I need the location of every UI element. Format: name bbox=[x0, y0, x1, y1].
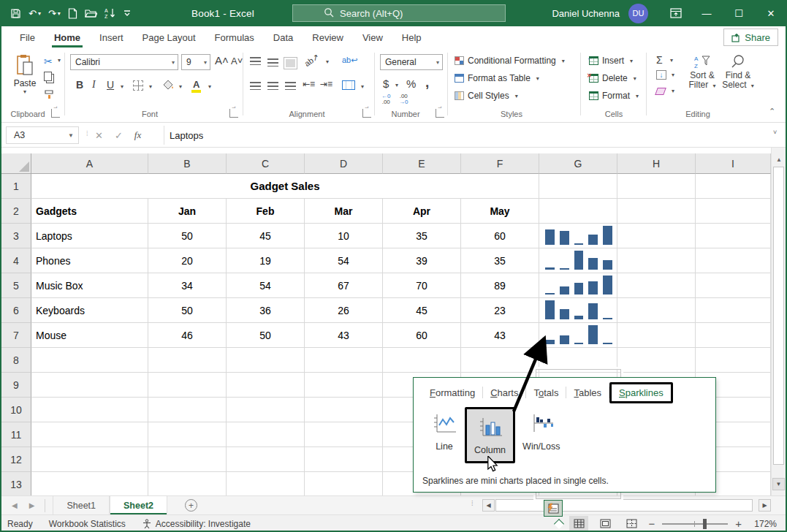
sheet-nav-prev-icon[interactable]: ◀ bbox=[12, 501, 18, 509]
cell-value[interactable]: 50 bbox=[227, 323, 305, 348]
decrease-font-size-button[interactable]: A˅ bbox=[231, 56, 243, 66]
column-header-H[interactable]: H bbox=[617, 153, 696, 174]
tab-view[interactable]: View bbox=[353, 26, 392, 48]
insert-function-icon[interactable]: fx bbox=[134, 129, 141, 141]
cell-header[interactable]: Gadgets bbox=[31, 199, 148, 224]
format-as-table-button[interactable]: Format as Table▾ bbox=[455, 73, 539, 83]
cell[interactable] bbox=[31, 398, 148, 422]
cell[interactable] bbox=[539, 174, 617, 199]
ribbon-display-options-icon[interactable] bbox=[661, 0, 691, 26]
cell[interactable] bbox=[148, 398, 227, 422]
merge-center-icon[interactable] bbox=[342, 80, 355, 90]
horizontal-scrollbar-thumb[interactable] bbox=[495, 499, 753, 512]
undo-dropdown-icon[interactable]: ▾ bbox=[38, 10, 41, 17]
user-name[interactable]: Daniel Uchenna bbox=[552, 8, 620, 19]
column-header-B[interactable]: B bbox=[148, 153, 227, 174]
borders-dropdown-icon[interactable]: ▾ bbox=[149, 83, 152, 90]
orientation-icon[interactable]: ab↗ bbox=[303, 52, 321, 69]
cell[interactable] bbox=[305, 398, 383, 422]
cell-title-merged[interactable]: Gadget Sales bbox=[31, 174, 539, 199]
sheet-tab-sheet2[interactable]: Sheet2 bbox=[110, 496, 167, 515]
qa-tab-charts[interactable]: Charts bbox=[483, 384, 525, 401]
cell-value[interactable]: 50 bbox=[148, 224, 227, 248]
delete-cells-button[interactable]: ✕ Delete▾ bbox=[589, 73, 636, 83]
zoom-slider[interactable] bbox=[662, 523, 728, 525]
tab-data[interactable]: Data bbox=[264, 26, 303, 48]
select-all-button[interactable] bbox=[1, 153, 31, 174]
new-file-icon[interactable] bbox=[68, 4, 77, 22]
fill-color-dropdown-icon[interactable]: ▾ bbox=[179, 83, 182, 90]
cell[interactable] bbox=[148, 472, 227, 495]
cell[interactable] bbox=[305, 373, 383, 398]
cell-value[interactable]: 67 bbox=[305, 273, 383, 298]
paste-button[interactable]: Paste ▾ bbox=[9, 54, 41, 95]
cell[interactable] bbox=[227, 447, 305, 472]
cell-value[interactable]: 45 bbox=[383, 298, 461, 323]
cell-value[interactable]: 45 bbox=[227, 224, 305, 248]
cell-value[interactable]: 39 bbox=[383, 248, 461, 273]
cell[interactable] bbox=[696, 248, 771, 273]
autosum-dropdown-icon[interactable]: ▾ bbox=[670, 57, 673, 64]
row-header-2[interactable]: 2 bbox=[1, 199, 31, 224]
cell-value[interactable]: 50 bbox=[148, 298, 227, 323]
customize-toolbar-icon[interactable] bbox=[123, 4, 131, 22]
cell-value[interactable]: 60 bbox=[383, 323, 461, 348]
column-header-C[interactable]: C bbox=[227, 153, 305, 174]
open-folder-icon[interactable] bbox=[85, 4, 97, 22]
cell-gadget-name[interactable]: Keyboards bbox=[31, 298, 148, 323]
merge-center-dropdown-icon[interactable]: ▾ bbox=[361, 83, 364, 90]
cancel-entry-icon[interactable]: ✕ bbox=[95, 130, 103, 141]
cell-value[interactable]: 20 bbox=[148, 248, 227, 273]
cell[interactable] bbox=[617, 323, 696, 348]
cell[interactable] bbox=[696, 298, 771, 323]
percent-style-button[interactable]: % bbox=[406, 77, 416, 90]
zoom-slider-handle[interactable] bbox=[703, 519, 707, 529]
cell-sparkline[interactable] bbox=[539, 248, 617, 273]
cell-header[interactable]: Feb bbox=[227, 199, 305, 224]
vertical-scrollbar-thumb[interactable] bbox=[773, 167, 784, 465]
sort-ascending-icon[interactable]: AZ bbox=[104, 4, 116, 22]
cell-header[interactable]: May bbox=[461, 199, 539, 224]
cell-value[interactable]: 46 bbox=[148, 323, 227, 348]
autosum-button[interactable]: Σ bbox=[656, 54, 663, 66]
cell-value[interactable]: 43 bbox=[461, 323, 539, 348]
copy-icon[interactable] bbox=[44, 72, 52, 81]
middle-align-icon[interactable] bbox=[267, 58, 278, 66]
cell-value[interactable]: 70 bbox=[383, 273, 461, 298]
conditional-formatting-button[interactable]: Conditional Formatting▾ bbox=[455, 56, 565, 66]
cell[interactable] bbox=[461, 348, 539, 373]
cell-sparkline[interactable] bbox=[539, 224, 617, 248]
cell-sparkline[interactable] bbox=[539, 323, 617, 348]
tab-file[interactable]: File bbox=[10, 26, 45, 48]
horizontal-scrollbar[interactable]: ◀ ▶ bbox=[482, 498, 772, 512]
avatar[interactable]: DU bbox=[628, 4, 648, 23]
copy-dropdown-icon[interactable]: ▾ bbox=[58, 57, 61, 64]
workbook-statistics-button[interactable]: Workbook Statistics bbox=[49, 519, 126, 529]
cell[interactable] bbox=[696, 348, 771, 373]
cell-header[interactable]: Jan bbox=[148, 199, 227, 224]
row-header-6[interactable]: 6 bbox=[1, 298, 31, 323]
cell[interactable] bbox=[617, 273, 696, 298]
row-header-1[interactable]: 1 bbox=[1, 174, 31, 199]
tab-review[interactable]: Review bbox=[303, 26, 353, 48]
cell[interactable] bbox=[617, 224, 696, 248]
column-header-E[interactable]: E bbox=[383, 153, 461, 174]
row-header-7[interactable]: 7 bbox=[1, 323, 31, 348]
cell[interactable] bbox=[696, 323, 771, 348]
page-break-view-icon[interactable] bbox=[622, 516, 641, 532]
cell-value[interactable]: 54 bbox=[305, 248, 383, 273]
collapse-ribbon-icon[interactable]: ⌃ bbox=[769, 107, 775, 116]
cell[interactable] bbox=[305, 472, 383, 495]
insert-cells-button[interactable]: ← Insert▾ bbox=[589, 56, 633, 66]
row-header-13[interactable]: 13 bbox=[1, 472, 31, 495]
cell-value[interactable]: 35 bbox=[461, 248, 539, 273]
scroll-left-icon[interactable]: ◀ bbox=[482, 499, 495, 512]
increase-decimal-icon[interactable]: ←0.00 bbox=[381, 94, 390, 105]
cell[interactable] bbox=[617, 348, 696, 373]
close-button[interactable]: ✕ bbox=[755, 0, 787, 26]
cut-icon[interactable]: ✂ bbox=[44, 56, 53, 67]
undo-button[interactable]: ↶▾ bbox=[28, 4, 41, 22]
tab-insert[interactable]: Insert bbox=[90, 26, 133, 48]
fill-color-icon[interactable] bbox=[162, 79, 175, 94]
qa-tab-tables[interactable]: Tables bbox=[566, 384, 609, 401]
